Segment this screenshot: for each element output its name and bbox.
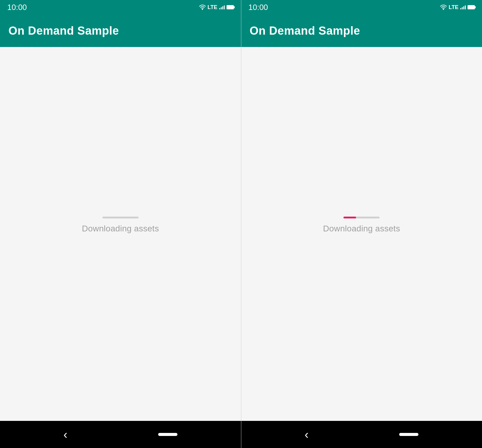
left-home-button[interactable] [158, 433, 177, 436]
right-wifi-icon [440, 5, 447, 10]
left-time: 10:00 [7, 3, 27, 12]
right-lte-label: LTE [449, 4, 459, 11]
right-progress-fill [343, 217, 356, 218]
right-back-button[interactable] [305, 428, 308, 441]
phones-container: 10:00 LTE [0, 0, 482, 448]
left-status-icons: LTE [199, 4, 234, 11]
left-loading-area: Downloading assets [82, 217, 159, 233]
left-signal-icon [219, 5, 225, 9]
right-loading-area: Downloading assets [323, 217, 400, 233]
right-battery-icon [468, 5, 475, 9]
right-status-bar: 10:00 LTE [241, 0, 482, 14]
left-status-bar: 10:00 LTE [0, 0, 241, 14]
right-app-title: On Demand Sample [250, 24, 360, 37]
left-progress-bar [102, 217, 139, 218]
right-signal-icon [460, 5, 466, 9]
left-phone: 10:00 LTE [0, 0, 241, 448]
right-home-button[interactable] [399, 433, 418, 436]
left-lte-label: LTE [208, 4, 218, 11]
right-time: 10:00 [249, 3, 268, 12]
left-app-bar: On Demand Sample [0, 14, 241, 47]
right-main-content: Downloading assets [241, 47, 482, 421]
right-downloading-text: Downloading assets [323, 224, 400, 233]
left-app-title: On Demand Sample [8, 24, 119, 37]
right-phone: 10:00 LTE [241, 0, 482, 448]
left-main-content: Downloading assets [0, 47, 241, 421]
left-battery-icon [227, 5, 234, 9]
right-status-icons: LTE [440, 4, 475, 11]
left-wifi-icon [199, 5, 206, 10]
right-progress-bar [343, 217, 380, 218]
right-nav-bar [241, 421, 482, 448]
left-back-button[interactable] [64, 428, 67, 441]
right-app-bar: On Demand Sample [241, 14, 482, 47]
left-nav-bar [0, 421, 241, 448]
left-downloading-text: Downloading assets [82, 224, 159, 233]
